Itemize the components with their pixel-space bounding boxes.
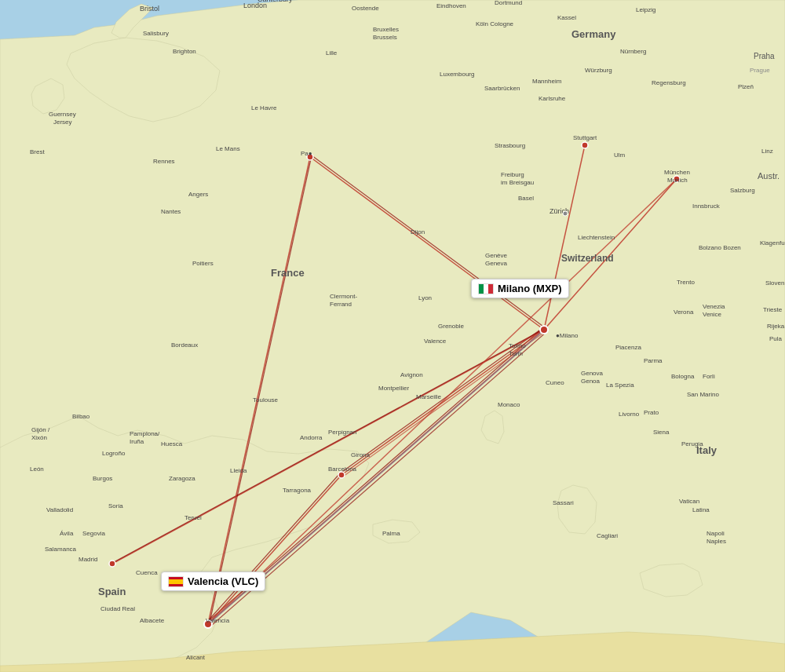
svg-text:Munich: Munich <box>667 177 688 184</box>
svg-text:Regensburg: Regensburg <box>652 79 686 86</box>
svg-text:Luxembourg: Luxembourg <box>440 71 474 78</box>
svg-text:Klagenfurt: Klagenfurt <box>760 239 785 247</box>
svg-text:Burgos: Burgos <box>93 475 112 482</box>
svg-text:Trento: Trento <box>677 279 695 286</box>
svg-text:Germany: Germany <box>571 28 616 40</box>
svg-text:Austr.: Austr. <box>758 171 780 181</box>
svg-text:Karlsruhe: Karlsruhe <box>539 95 566 102</box>
svg-text:Siena: Siena <box>653 429 670 436</box>
svg-text:Le Havre: Le Havre <box>251 104 277 111</box>
svg-text:Piacenza: Piacenza <box>615 344 641 351</box>
svg-text:Le Mans: Le Mans <box>216 145 240 152</box>
svg-text:Salzburg: Salzburg <box>730 187 755 194</box>
svg-text:Alicant: Alicant <box>186 654 206 661</box>
svg-text:Latina: Latina <box>692 506 710 513</box>
svg-text:Cuenca: Cuenca <box>136 569 158 576</box>
svg-text:Sassari: Sassari <box>553 499 574 506</box>
svg-text:Pula: Pula <box>769 335 783 342</box>
svg-text:Guernsey: Guernsey <box>49 111 76 118</box>
svg-text:Vatican: Vatican <box>679 498 699 505</box>
svg-text:Xixón: Xixón <box>31 434 47 441</box>
svg-text:Tarragona: Tarragona <box>283 487 312 494</box>
svg-text:Gijón /: Gijón / <box>31 426 50 433</box>
svg-text:Linz: Linz <box>761 148 773 155</box>
svg-text:im Breisgau: im Breisgau <box>501 179 534 186</box>
svg-text:Switzerland: Switzerland <box>561 253 614 264</box>
svg-text:Montpellier: Montpellier <box>378 385 409 392</box>
svg-text:Venezia: Venezia <box>703 303 725 310</box>
svg-text:Bordeaux: Bordeaux <box>171 341 198 349</box>
svg-text:Salamanca: Salamanca <box>45 546 77 553</box>
svg-text:Logroño: Logroño <box>102 450 126 457</box>
svg-text:Dortmund: Dortmund <box>495 0 522 6</box>
svg-text:Prato: Prato <box>644 409 659 416</box>
svg-text:Ferrand: Ferrand <box>330 301 352 308</box>
svg-text:Lleida: Lleida <box>230 467 247 474</box>
svg-text:Ciudad Real: Ciudad Real <box>100 605 135 612</box>
svg-text:Basel: Basel <box>518 195 534 202</box>
svg-text:Brighton: Brighton <box>173 48 196 55</box>
svg-text:Avignon: Avignon <box>400 371 423 378</box>
svg-text:Bristol: Bristol <box>140 5 159 13</box>
svg-text:Valencia: Valencia <box>206 617 230 624</box>
svg-text:Canterbury: Canterbury <box>257 0 293 3</box>
svg-text:Cuneo: Cuneo <box>546 379 564 386</box>
svg-text:Torino: Torino <box>509 342 526 349</box>
svg-text:Freiburg: Freiburg <box>501 171 524 178</box>
svg-text:San Marino: San Marino <box>687 391 719 398</box>
svg-text:Pamplona/: Pamplona/ <box>130 430 160 437</box>
svg-text:Valladolid: Valladolid <box>46 506 73 513</box>
svg-text:La Spezia: La Spezia <box>606 382 634 389</box>
svg-text:Albacete: Albacete <box>140 617 165 624</box>
svg-text:Palma: Palma <box>382 530 400 537</box>
svg-text:Praha: Praha <box>754 52 775 60</box>
svg-text:Dijon: Dijon <box>411 228 425 236</box>
svg-text:Lyon: Lyon <box>418 294 432 301</box>
svg-text:Strasbourg: Strasbourg <box>495 142 525 149</box>
spain-flag <box>168 576 184 587</box>
svg-text:Forlì: Forlì <box>703 373 715 380</box>
svg-text:Madrid: Madrid <box>78 556 97 563</box>
svg-text:Girona: Girona <box>351 451 371 458</box>
svg-text:Huesca: Huesca <box>161 440 183 447</box>
svg-text:Trieste: Trieste <box>763 306 783 313</box>
svg-text:Genova: Genova <box>581 370 604 377</box>
svg-text:Rennes: Rennes <box>153 158 175 165</box>
svg-text:Napoli: Napoli <box>706 530 725 537</box>
svg-text:Nantes: Nantes <box>161 208 181 215</box>
svg-point-158 <box>563 211 568 216</box>
svg-text:Innsbruck: Innsbruck <box>692 203 721 210</box>
svg-text:●Milano: ●Milano <box>556 332 579 339</box>
svg-text:Lille: Lille <box>326 49 338 57</box>
svg-text:Mannheim: Mannheim <box>532 78 562 85</box>
svg-text:Marseille: Marseille <box>416 393 442 400</box>
svg-text:Clermont-: Clermont- <box>330 293 357 300</box>
svg-text:Köln Cologne: Köln Cologne <box>476 20 514 27</box>
svg-text:Segovia: Segovia <box>82 530 105 537</box>
svg-text:Parma: Parma <box>644 357 663 364</box>
svg-text:Grenoble: Grenoble <box>438 323 464 330</box>
svg-text:Genoa: Genoa <box>581 378 601 385</box>
svg-text:Jersey: Jersey <box>53 119 72 126</box>
svg-text:Teruel: Teruel <box>184 514 202 521</box>
svg-text:Verona: Verona <box>674 309 694 316</box>
svg-text:Cagliari: Cagliari <box>597 532 618 539</box>
svg-text:Leipzig: Leipzig <box>636 6 655 13</box>
svg-text:Plzeň: Plzeň <box>738 83 754 90</box>
svg-text:Soria: Soria <box>108 502 123 509</box>
svg-point-23 <box>338 472 345 478</box>
valencia-airport-name: Valencia (VLC) <box>188 575 258 587</box>
svg-text:Rijeka: Rijeka <box>767 323 785 330</box>
svg-text:Andorra: Andorra <box>300 434 323 441</box>
svg-text:Livorno: Livorno <box>619 411 640 418</box>
svg-text:Salisbury: Salisbury <box>143 30 169 37</box>
milano-airport-name: Milano (MXP) <box>498 283 562 294</box>
svg-point-27 <box>540 326 548 334</box>
svg-text:Eindhoven: Eindhoven <box>436 2 466 9</box>
svg-text:Geneva: Geneva <box>485 260 508 267</box>
svg-text:Iruña: Iruña <box>130 438 144 445</box>
svg-text:Toulouse: Toulouse <box>253 396 279 404</box>
italy-flag <box>478 283 494 294</box>
svg-text:Barcelona: Barcelona <box>328 466 357 473</box>
svg-text:Prague: Prague <box>750 67 770 74</box>
